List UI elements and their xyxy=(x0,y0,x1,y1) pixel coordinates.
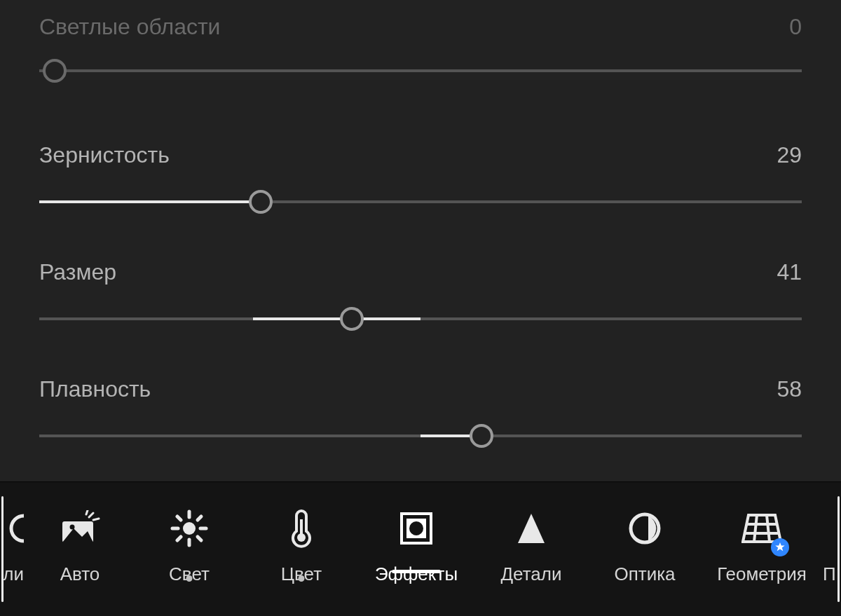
slider-track[interactable] xyxy=(39,423,802,449)
svg-point-2 xyxy=(70,525,75,530)
slider-thumb[interactable] xyxy=(470,424,493,448)
tool-item-prev-partial[interactable]: ли xyxy=(0,502,27,584)
tool-label: Детали xyxy=(501,563,562,584)
slider-head: Зернистость 29 xyxy=(39,142,802,168)
svg-line-11 xyxy=(177,516,181,520)
slider-head: Размер 41 xyxy=(39,259,802,285)
slider-size: Размер 41 xyxy=(39,259,802,331)
slider-roughness: Плавность 58 xyxy=(39,376,802,449)
tool-modified-dot xyxy=(186,575,193,582)
slider-head: Светлые области 0 xyxy=(39,14,802,40)
tool-item-light[interactable]: Свет xyxy=(133,502,245,584)
tool-item-next-partial[interactable]: П xyxy=(821,502,841,584)
profiles-icon xyxy=(8,505,24,552)
tool-item-geometry[interactable]: Геометрия xyxy=(702,502,821,584)
svg-point-19 xyxy=(409,521,423,535)
slider-track[interactable] xyxy=(39,189,802,214)
svg-line-13 xyxy=(177,537,181,540)
active-underline xyxy=(392,570,441,573)
slider-thumb[interactable] xyxy=(340,307,364,331)
svg-line-5 xyxy=(86,510,88,514)
svg-line-14 xyxy=(198,516,201,520)
tool-item-effects[interactable]: Эффекты xyxy=(357,502,475,584)
tool-label: Геометрия xyxy=(717,563,807,584)
tool-label: Оптика xyxy=(614,563,675,584)
slider-track[interactable] xyxy=(39,58,802,83)
premium-badge-icon xyxy=(771,538,789,556)
vignette-icon xyxy=(399,505,434,552)
svg-marker-20 xyxy=(518,514,545,543)
tool-item-details[interactable]: Детали xyxy=(475,502,587,584)
tool-modified-dot xyxy=(299,575,305,582)
slider-label: Плавность xyxy=(39,376,151,402)
auto-icon xyxy=(58,505,102,552)
slider-label: Светлые области xyxy=(39,14,220,40)
sun-icon xyxy=(170,505,209,552)
svg-point-6 xyxy=(183,522,196,535)
slider-label: Размер xyxy=(39,259,116,285)
slider-label: Зернистость xyxy=(39,142,170,168)
geometry-icon xyxy=(741,505,782,552)
slider-list: Светлые области 0 Зернистость 29 xyxy=(0,0,841,449)
svg-line-23 xyxy=(767,515,770,542)
effects-panel: Светлые области 0 Зернистость 29 xyxy=(0,0,841,616)
bottom-toolbar: ли Авто xyxy=(0,481,841,616)
slider-head: Плавность 58 xyxy=(39,376,802,402)
triangle-icon xyxy=(515,505,547,552)
tool-item-color[interactable]: Цвет xyxy=(245,502,357,584)
lens-icon xyxy=(627,505,662,552)
slider-track[interactable] xyxy=(39,306,802,331)
svg-line-3 xyxy=(89,513,93,517)
slider-highlights: Светлые области 0 xyxy=(39,14,802,83)
slider-value: 29 xyxy=(777,142,802,168)
slider-grain: Зернистость 29 xyxy=(39,142,802,214)
slider-fill xyxy=(39,200,261,203)
slider-value: 41 xyxy=(777,259,802,285)
svg-rect-16 xyxy=(300,519,303,535)
tool-row[interactable]: ли Авто xyxy=(0,502,841,616)
tool-label: Авто xyxy=(60,563,100,584)
slider-value: 58 xyxy=(777,376,802,402)
tool-item-auto[interactable]: Авто xyxy=(27,502,133,584)
svg-line-4 xyxy=(93,519,99,520)
tool-item-optics[interactable]: Оптика xyxy=(587,502,702,584)
tool-label: Эффекты xyxy=(375,563,458,584)
svg-line-12 xyxy=(198,537,201,540)
slider-fill xyxy=(253,317,420,320)
slider-thumb[interactable] xyxy=(249,190,273,214)
slider-thumb[interactable] xyxy=(43,59,67,83)
svg-line-22 xyxy=(754,515,757,542)
svg-marker-26 xyxy=(775,542,784,551)
slider-value: 0 xyxy=(789,14,802,40)
thermometer-icon xyxy=(289,505,313,552)
